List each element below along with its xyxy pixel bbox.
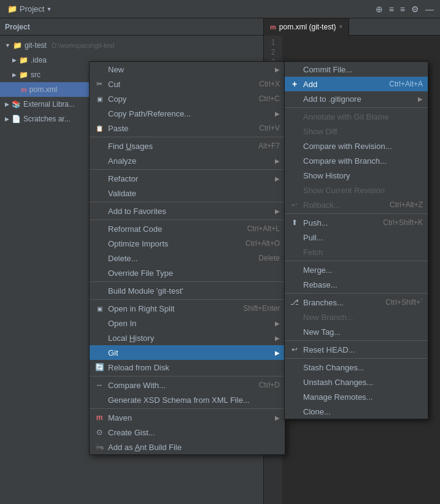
tree-path-git-test: D:\workspace\git-test — [52, 42, 115, 49]
tree-label-scratches: Scratches ar... — [23, 115, 71, 123]
menu-label-rebase: Rebase... — [303, 280, 338, 289]
menu-label-push: Push... — [303, 218, 328, 227]
menu-item-unstash[interactable]: Unstash Changes... — [285, 375, 428, 389]
menu-item-rebase[interactable]: Rebase... — [285, 277, 428, 292]
git-test-folder-icon: 📁 — [13, 41, 22, 50]
menu-item-new-branch: New Branch... — [285, 310, 428, 324]
menu-label-local-history: Local History — [108, 334, 154, 343]
menu-item-copy[interactable]: ▣ Copy Ctrl+C — [90, 91, 285, 106]
menu-item-open-right-split[interactable]: ▣ Open in Right Split Shift+Enter — [90, 301, 285, 316]
rollback-icon: ↩ — [290, 200, 299, 209]
menu-item-analyze[interactable]: Analyze ▶ — [90, 153, 285, 168]
tab-pomxml[interactable]: m pom.xml (git-test) × — [264, 18, 349, 36]
menu-item-stash[interactable]: Stash Changes... — [285, 360, 428, 375]
expand-icon[interactable]: ≡ — [399, 3, 406, 15]
menu-label-paste: Paste — [108, 124, 128, 133]
separator-4 — [90, 220, 285, 220]
menu-item-delete[interactable]: Delete... Delete — [90, 251, 285, 265]
menu-label-override: Override File Type — [108, 269, 173, 278]
menu-item-reset-head[interactable]: ↩ Reset HEAD... — [285, 342, 428, 357]
menu-label-commit-file: Commit File... — [303, 65, 352, 74]
menu-item-compare-revision[interactable]: Compare with Revision... — [285, 139, 428, 153]
menu-label-merge: Merge... — [303, 265, 333, 275]
menu-label-branches: Branches... — [303, 298, 344, 307]
menu-item-find-usages[interactable]: Find Usages Alt+F7 — [90, 139, 285, 153]
line-2: 2 — [271, 48, 276, 56]
menu-item-add-ant[interactable]: 🐜 Add as Ant Build File — [90, 440, 285, 454]
menu-item-paste[interactable]: 📋 Paste Ctrl+V — [90, 121, 285, 136]
menu-item-build-module[interactable]: Build Module 'git-test' — [90, 283, 285, 298]
paste-icon: 📋 — [95, 125, 104, 132]
menu-item-compare[interactable]: ↔ Compare With... Ctrl+D — [90, 378, 285, 392]
menu-item-rollback: ↩ Rollback... Ctrl+Alt+Z — [285, 197, 428, 212]
reset-icon: ↩ — [290, 345, 299, 354]
tree-item-git-test[interactable]: ▼ 📁 git-test D:\workspace\git-test — [0, 38, 263, 53]
menu-item-add[interactable]: + Add Ctrl+Alt+A — [285, 77, 428, 91]
menu-item-commit-file[interactable]: Commit File... — [285, 62, 428, 77]
menu-item-local-history[interactable]: Local History ▶ — [90, 330, 285, 345]
menu-item-reformat[interactable]: Reformat Code Ctrl+Alt+L — [90, 221, 285, 236]
menu-item-pull[interactable]: Pull... — [285, 230, 428, 245]
collapse-all-icon[interactable]: ≡ — [388, 3, 395, 15]
project-panel-header: Project — [0, 18, 263, 36]
menu-item-new-tag[interactable]: New Tag... — [285, 324, 428, 339]
menu-item-generate-xsd[interactable]: Generate XSD Schema from XML File... — [90, 392, 285, 407]
menu-item-override-file-type[interactable]: Override File Type — [90, 265, 285, 280]
tab-maven-icon: m — [270, 23, 276, 31]
menu-item-validate[interactable]: Validate — [90, 186, 285, 200]
refactor-arrow-icon: ▶ — [275, 175, 280, 182]
menu-item-branches[interactable]: ⎇ Branches... Ctrl+Shift+` — [285, 295, 428, 310]
menu-item-merge[interactable]: Merge... — [285, 262, 428, 277]
menu-item-refactor[interactable]: Refactor ▶ — [90, 171, 285, 186]
open-in-arrow-icon: ▶ — [275, 320, 280, 327]
tab-close-button[interactable]: × — [339, 23, 342, 30]
analyze-arrow-icon: ▶ — [275, 158, 280, 164]
git-separator-1 — [285, 107, 428, 108]
compare-shortcut: Ctrl+D — [259, 381, 280, 389]
top-toolbar: 📁 Project ▼ ⊕ ≡ ≡ ⚙ — — [0, 0, 440, 18]
context-menu-main: New ▶ ✂ Cut Ctrl+X ▣ Copy Ctrl+C Copy Pa… — [89, 61, 285, 455]
idea-folder-icon: 📁 — [19, 56, 28, 64]
menu-item-clone[interactable]: Clone... — [285, 404, 428, 419]
menu-item-fetch: Fetch — [285, 245, 428, 259]
menu-item-add-gitignore[interactable]: Add to .gitignore ▶ — [285, 91, 428, 106]
menu-item-new[interactable]: New ▶ — [90, 62, 285, 77]
tab-label: pom.xml (git-test) — [279, 23, 336, 31]
menu-label-open-in: Open In — [108, 319, 136, 328]
menu-label-fetch: Fetch — [303, 248, 323, 257]
menu-item-cut[interactable]: ✂ Cut Ctrl+X — [90, 77, 285, 91]
menu-item-create-gist[interactable]: ⊙ Create Gist... — [90, 425, 285, 440]
menu-label-refactor: Refactor — [108, 174, 138, 183]
git-arrow-icon: ▶ — [275, 349, 280, 356]
settings-icon[interactable]: ⚙ — [410, 3, 420, 15]
git-separator-4 — [285, 293, 428, 294]
menu-item-open-in[interactable]: Open In ▶ — [90, 316, 285, 330]
menu-item-git[interactable]: Git ▶ — [90, 345, 285, 360]
maven-icon: m — [95, 413, 104, 422]
menu-item-reload[interactable]: 🔄 Reload from Disk — [90, 360, 285, 375]
gist-icon: ⊙ — [95, 428, 104, 437]
tree-label-src: src — [31, 71, 41, 79]
menu-item-push[interactable]: ⬆ Push... Ctrl+Shift+K — [285, 215, 428, 230]
project-label[interactable]: 📁 Project ▼ — [5, 4, 54, 13]
separator-1 — [90, 137, 285, 137]
menu-label-new-tag: New Tag... — [303, 327, 341, 337]
menu-label-analyze: Analyze — [108, 156, 136, 166]
menu-label-build: Build Module 'git-test' — [108, 286, 183, 296]
add-icon[interactable]: ⊕ — [374, 3, 384, 15]
menu-label-copy: Copy — [108, 94, 126, 104]
menu-item-add-to-favorites[interactable]: Add to Favorites ▶ — [90, 204, 285, 218]
menu-item-maven[interactable]: m Maven ▶ — [90, 410, 285, 425]
git-separator-6 — [285, 358, 428, 359]
menu-item-manage-remotes[interactable]: Manage Remotes... — [285, 389, 428, 404]
minimize-icon[interactable]: — — [424, 3, 435, 15]
menu-item-copy-path[interactable]: Copy Path/Reference... ▶ — [90, 106, 285, 121]
menu-item-compare-branch[interactable]: Compare with Branch... — [285, 153, 428, 168]
collapse-arrow-src-icon: ▶ — [12, 72, 17, 78]
menu-item-show-history[interactable]: Show History — [285, 168, 428, 183]
menu-label-generate-xsd: Generate XSD Schema from XML File... — [108, 395, 250, 405]
menu-label-add: Add — [303, 80, 317, 89]
menu-item-optimize-imports[interactable]: Optimize Imports Ctrl+Alt+O — [90, 236, 285, 251]
line-1: 1 — [271, 38, 276, 47]
menu-label-clone: Clone... — [303, 407, 331, 416]
